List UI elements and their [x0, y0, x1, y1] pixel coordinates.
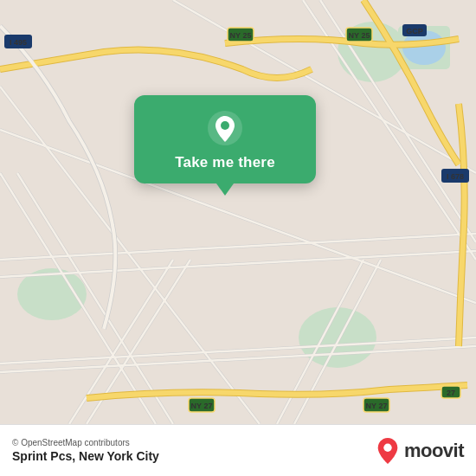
take-me-there-button[interactable]: Take me there — [175, 154, 275, 171]
moovit-logo: moovit — [376, 437, 464, 465]
svg-text:NY 25: NY 25 — [230, 31, 252, 40]
svg-text:I 495: I 495 — [10, 38, 27, 47]
place-info: © OpenStreetMap contributors Sprint Pcs,… — [12, 438, 159, 463]
moovit-pin-icon — [376, 437, 400, 465]
svg-text:GCP: GCP — [406, 27, 423, 35]
bottom-bar: © OpenStreetMap contributors Sprint Pcs,… — [0, 424, 476, 476]
svg-text:NY 25: NY 25 — [349, 31, 370, 40]
svg-text:27: 27 — [447, 389, 455, 397]
svg-text:NY 27: NY 27 — [366, 402, 388, 410]
location-popup[interactable]: Take me there — [134, 95, 316, 183]
svg-point-53 — [383, 443, 391, 451]
svg-point-52 — [221, 121, 229, 130]
map-area: I 495 NY 25 NY 25 GCP I 678 NY 27 NY 27 … — [0, 0, 476, 424]
attribution-text: © OpenStreetMap contributors — [12, 438, 159, 447]
place-name: Sprint Pcs, New York City — [12, 449, 159, 463]
location-pin-icon — [206, 109, 244, 147]
svg-text:NY 27: NY 27 — [191, 402, 213, 410]
svg-text:I 678: I 678 — [447, 172, 464, 181]
moovit-brand-text: moovit — [404, 440, 464, 462]
